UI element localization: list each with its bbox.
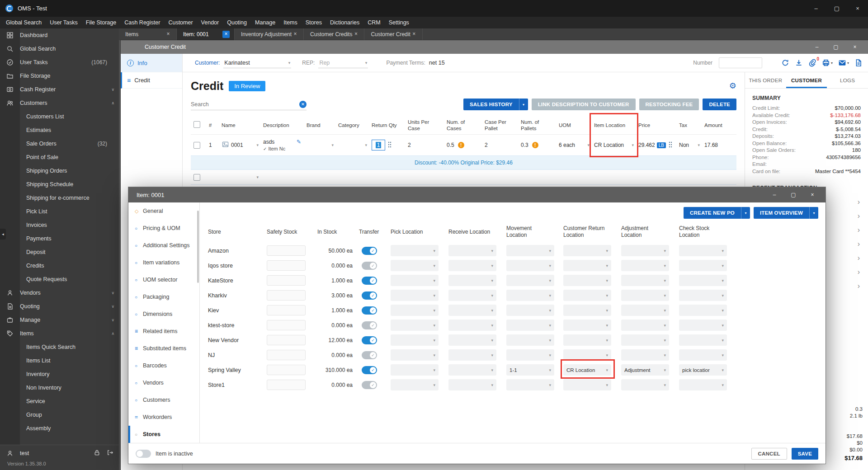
item-name-dropdown[interactable]: ▾	[219, 175, 260, 179]
safety-stock-input[interactable]	[267, 305, 306, 315]
safety-stock-input[interactable]	[267, 320, 306, 330]
modal-nav-dimensions[interactable]: ○Dimensions	[128, 306, 199, 323]
sidebar-item-payments[interactable]: Payments	[0, 232, 119, 245]
menubar-item-settings[interactable]: Settings	[385, 17, 413, 28]
sidebar-item-inventory[interactable]: Inventory	[0, 367, 119, 381]
minimize-button[interactable]: –	[765, 188, 784, 202]
modal-nav-item-variations[interactable]: ○Item variations	[128, 254, 199, 271]
menubar-item-quoting[interactable]: Quoting	[223, 17, 251, 28]
safety-stock-input[interactable]	[267, 335, 306, 345]
sidebar-item-assembly[interactable]: Assembly	[0, 422, 119, 435]
item-name-dropdown[interactable]: 0001 ▾	[219, 141, 260, 149]
sidebar-item-group[interactable]: Group	[0, 408, 119, 422]
check-stock-location-dropdown[interactable]: ▾	[679, 349, 727, 361]
transfer-toggle[interactable]: ✓	[362, 366, 377, 374]
movement-location-dropdown[interactable]: ▾	[506, 245, 554, 256]
pick-location-dropdown[interactable]: ▾	[391, 364, 439, 376]
item-inactive-toggle[interactable]	[136, 450, 151, 458]
modal-nav-stores[interactable]: ○Stores	[128, 426, 199, 443]
menubar-item-user-tasks[interactable]: User Tasks	[46, 17, 82, 28]
safety-stock-input[interactable]	[267, 290, 306, 301]
minimize-button[interactable]: –	[806, 0, 826, 17]
customer-return-location-dropdown[interactable]: ▾	[563, 290, 611, 301]
menubar-item-stores[interactable]: Stores	[302, 17, 326, 28]
movement-location-dropdown[interactable]: ▾	[506, 334, 554, 346]
movement-location-dropdown[interactable]: ▾	[506, 275, 554, 286]
modal-nav-uom-selector[interactable]: ○UOM selector	[128, 271, 199, 288]
sidebar-item-quoting[interactable]: Quoting∨	[0, 300, 119, 313]
menubar-item-customer[interactable]: Customer	[164, 17, 197, 28]
receive-location-dropdown[interactable]: ▾	[448, 379, 496, 390]
modal-nav-workorders[interactable]: =Workorders	[128, 409, 199, 426]
receive-location-dropdown[interactable]: ▾	[448, 260, 496, 271]
menubar-item-file-storage[interactable]: File Storage	[82, 17, 120, 28]
rep-dropdown[interactable]: Rep ▾	[318, 57, 368, 68]
tab-close-icon[interactable]: ×	[410, 31, 418, 38]
receive-location-dropdown[interactable]: ▾	[448, 334, 496, 346]
sidebar-item-global-search[interactable]: Global Search	[0, 42, 119, 56]
check-stock-location-dropdown[interactable]: ▾	[679, 305, 727, 316]
print-icon[interactable]: ▾	[822, 59, 833, 67]
maximize-button[interactable]: ▢	[826, 0, 847, 17]
modal-nav-vendors[interactable]: ○Vendors	[128, 374, 199, 391]
modal-nav-related-items[interactable]: ≡Related items	[128, 323, 199, 340]
sidebar-item-estimates[interactable]: Estimates	[0, 123, 119, 137]
user-row[interactable]: test	[0, 447, 119, 459]
tab-item-0001[interactable]: Item: 0001×	[177, 28, 235, 40]
customer-return-location-dropdown[interactable]: ▾	[563, 245, 611, 256]
link-description-button[interactable]: LINK DESCRIPTION TO CUSTOMER	[532, 99, 636, 110]
receive-location-dropdown[interactable]: ▾	[448, 320, 496, 331]
tab-close-icon[interactable]: ×	[165, 31, 172, 38]
row-checkbox[interactable]	[193, 142, 200, 149]
menubar-item-global-search[interactable]: Global Search	[2, 17, 46, 28]
modal-nav-packaging[interactable]: ○Packaging	[128, 288, 199, 306]
price-cell[interactable]: 29.462 LB	[636, 141, 676, 149]
customer-return-location-dropdown[interactable]: ▾	[563, 320, 611, 331]
adjustment-location-dropdown[interactable]: ▾	[621, 320, 669, 331]
check-stock-location-dropdown[interactable]: pick locatior▾	[679, 364, 727, 376]
modal-nav-general[interactable]: ◇General	[128, 202, 199, 220]
check-stock-location-dropdown[interactable]: ▾	[679, 320, 727, 331]
receive-location-dropdown[interactable]: ▾	[448, 364, 496, 376]
document-icon[interactable]	[854, 59, 863, 67]
create-po-dropdown-icon[interactable]: ▾	[741, 207, 750, 219]
safety-stock-input[interactable]	[267, 350, 306, 360]
menubar-item-dictionaries[interactable]: Dictionaries	[326, 17, 363, 28]
adjustment-location-dropdown[interactable]: ▾	[621, 349, 669, 361]
tab-customer[interactable]: CUSTOMER	[786, 72, 827, 88]
sidebar-item-shipping-schedule[interactable]: Shipping Schedule	[0, 178, 119, 191]
tab-close-icon[interactable]: ×	[222, 31, 230, 38]
safety-stock-input[interactable]	[267, 380, 306, 390]
minimize-button[interactable]: –	[807, 40, 826, 54]
receive-location-dropdown[interactable]: ▾	[448, 275, 496, 286]
transfer-toggle[interactable]: ✓	[362, 351, 377, 359]
gear-icon[interactable]: ⚙	[729, 81, 736, 91]
save-button[interactable]: SAVE	[792, 448, 818, 460]
check-stock-location-dropdown[interactable]: ▾	[679, 260, 727, 271]
movement-location-dropdown[interactable]: ▾	[506, 290, 554, 301]
check-stock-location-dropdown[interactable]: ▾	[679, 379, 727, 390]
transfer-toggle[interactable]: ✓	[362, 336, 377, 344]
tab-customer-credit[interactable]: Customer Credit×	[364, 28, 422, 40]
item-description-cell[interactable]: asds✎ ✓Item Nc	[260, 139, 304, 151]
attachment-icon[interactable]: 0	[808, 59, 816, 67]
restocking-fee-button[interactable]: RESTOCKING FEE	[639, 99, 699, 110]
transfer-toggle[interactable]: ✓	[362, 262, 377, 270]
sidebar-item-shipping-orders[interactable]: Shipping Orders	[0, 164, 119, 178]
movement-location-dropdown[interactable]: ▾	[506, 349, 554, 361]
maximize-button[interactable]: ▢	[826, 40, 845, 54]
select-all-checkbox[interactable]	[193, 121, 200, 128]
sidebar-item-pick-list[interactable]: Pick List	[0, 205, 119, 218]
transfer-toggle[interactable]: ✓	[362, 381, 377, 389]
safety-stock-input[interactable]	[267, 260, 306, 271]
receive-location-dropdown[interactable]: ▾	[448, 305, 496, 316]
item-overview-button[interactable]: ITEM OVERVIEW	[754, 207, 809, 219]
nav-item-info[interactable]: i Info	[121, 54, 182, 72]
pick-location-dropdown[interactable]: ▾	[391, 305, 439, 316]
sidebar-item-non-inventory[interactable]: Non Inventory	[0, 381, 119, 395]
modal-nav-substituted-items[interactable]: ≡Substituted items	[128, 340, 199, 357]
sidebar-item-items-quick-search[interactable]: Items Quick Search	[0, 340, 119, 354]
edit-icon[interactable]: ✎	[297, 139, 304, 145]
tab-close-icon[interactable]: ×	[292, 31, 299, 38]
sidebar-item-customers[interactable]: Customers∧	[0, 96, 119, 110]
